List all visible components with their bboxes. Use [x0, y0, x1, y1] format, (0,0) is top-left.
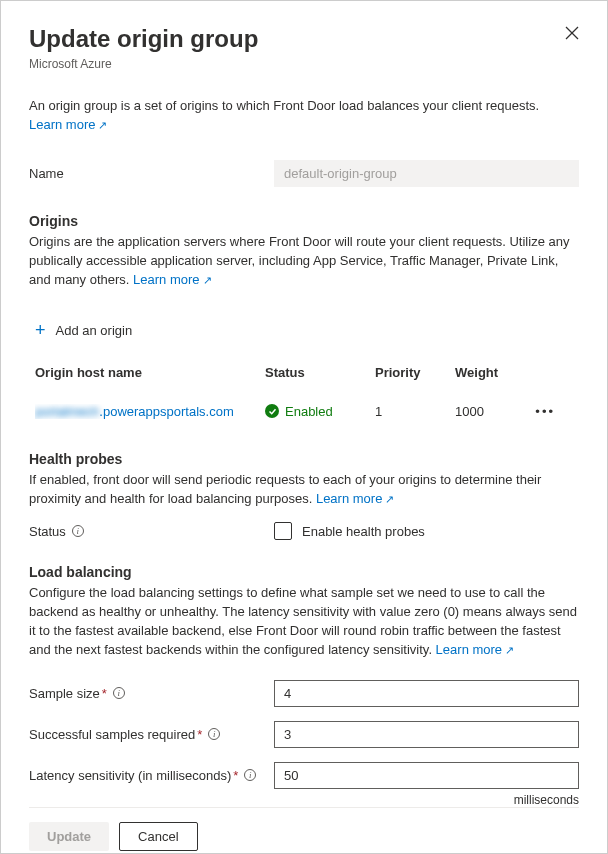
- add-origin-button[interactable]: + Add an origin: [35, 320, 579, 341]
- success-samples-label: Successful samples required: [29, 727, 195, 742]
- add-origin-label: Add an origin: [56, 323, 133, 338]
- update-button[interactable]: Update: [29, 822, 109, 851]
- origin-row-actions[interactable]: •••: [525, 404, 555, 419]
- required-indicator: *: [233, 768, 238, 783]
- col-header-status: Status: [265, 365, 375, 380]
- sample-size-label: Sample size: [29, 686, 100, 701]
- enable-health-probes-checkbox[interactable]: [274, 522, 292, 540]
- lb-desc: Configure the load balancing settings to…: [29, 584, 579, 659]
- check-icon: [265, 404, 279, 418]
- info-icon[interactable]: i: [208, 728, 220, 740]
- enable-health-probes-label: Enable health probes: [302, 524, 425, 539]
- external-link-icon: ↗: [203, 273, 212, 289]
- info-icon[interactable]: i: [244, 769, 256, 781]
- panel-subtitle: Microsoft Azure: [29, 57, 579, 71]
- external-link-icon: ↗: [505, 643, 514, 659]
- required-indicator: *: [197, 727, 202, 742]
- panel-title: Update origin group: [29, 25, 258, 53]
- name-label: Name: [29, 166, 274, 181]
- cancel-button[interactable]: Cancel: [119, 822, 197, 851]
- external-link-icon: ↗: [98, 119, 107, 132]
- external-link-icon: ↗: [385, 492, 394, 508]
- success-samples-input[interactable]: [274, 721, 579, 748]
- origins-table-header: Origin host name Status Priority Weight: [29, 357, 579, 388]
- col-header-priority: Priority: [375, 365, 455, 380]
- origin-priority: 1: [375, 404, 455, 419]
- col-header-weight: Weight: [455, 365, 525, 380]
- info-icon[interactable]: i: [113, 687, 125, 699]
- lb-title: Load balancing: [29, 564, 579, 580]
- origin-host-link[interactable]: portalmech.powerappsportals.com: [35, 404, 265, 419]
- sample-size-input[interactable]: [274, 680, 579, 707]
- latency-suffix: milliseconds: [29, 793, 579, 807]
- health-desc: If enabled, front door will send periodi…: [29, 471, 579, 509]
- origins-title: Origins: [29, 213, 579, 229]
- origins-desc: Origins are the application servers wher…: [29, 233, 579, 290]
- name-input: [274, 160, 579, 187]
- latency-label: Latency sensitivity (in milliseconds): [29, 768, 231, 783]
- footer-divider: [29, 807, 579, 808]
- lb-learn-more-link[interactable]: Learn more↗: [436, 642, 514, 657]
- origin-status: Enabled: [265, 404, 375, 419]
- info-icon[interactable]: i: [72, 525, 84, 537]
- origin-table-row: portalmech.powerappsportals.com Enabled …: [29, 396, 579, 427]
- intro-learn-more-link[interactable]: Learn more↗: [29, 117, 107, 132]
- origins-learn-more-link[interactable]: Learn more↗: [133, 272, 211, 287]
- col-header-host: Origin host name: [35, 365, 265, 380]
- close-icon[interactable]: [565, 25, 579, 43]
- plus-icon: +: [35, 320, 46, 341]
- health-learn-more-link[interactable]: Learn more↗: [316, 491, 394, 506]
- health-status-label: Status: [29, 524, 66, 539]
- required-indicator: *: [102, 686, 107, 701]
- health-title: Health probes: [29, 451, 579, 467]
- intro-text: An origin group is a set of origins to w…: [29, 97, 579, 115]
- latency-input[interactable]: [274, 762, 579, 789]
- origin-weight: 1000: [455, 404, 525, 419]
